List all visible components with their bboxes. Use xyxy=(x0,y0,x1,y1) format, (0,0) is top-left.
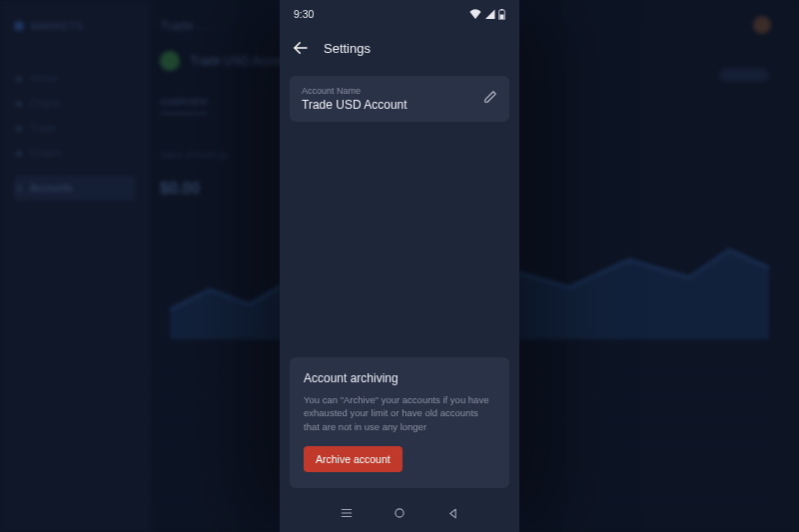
phone-frame: 9:30 Settings Account Name Trade USD Acc… xyxy=(280,0,519,532)
bg-app-name: MARKETS xyxy=(30,20,83,32)
pencil-icon xyxy=(483,90,497,104)
battery-icon xyxy=(498,9,505,20)
bg-pill xyxy=(719,68,769,82)
account-name-label: Account Name xyxy=(302,86,407,96)
nav-home-button[interactable] xyxy=(393,506,406,520)
svg-rect-2 xyxy=(500,14,504,19)
back-button[interactable] xyxy=(292,39,310,57)
account-name-field[interactable]: Account Name Trade USD Account xyxy=(290,76,509,122)
bg-sidebar-item: Orders xyxy=(14,141,136,166)
app-bar: Settings xyxy=(280,28,519,68)
status-icons xyxy=(469,9,505,20)
spacer xyxy=(290,132,509,347)
content-area: Account Name Trade USD Account Account a… xyxy=(280,68,519,498)
triangle-left-icon xyxy=(446,507,459,520)
bg-account-avatar xyxy=(160,51,180,71)
svg-rect-1 xyxy=(500,9,502,10)
signal-icon xyxy=(484,9,495,19)
nav-recent-button[interactable] xyxy=(340,506,354,520)
bg-sidebar-item: Home xyxy=(14,66,136,91)
status-time: 9:30 xyxy=(294,8,314,20)
bg-logo: MARKETS xyxy=(14,20,136,32)
svg-point-7 xyxy=(396,509,403,517)
bg-sidebar-item-active: Accounts xyxy=(14,176,136,201)
nav-back-button[interactable] xyxy=(446,507,459,520)
android-nav-bar xyxy=(280,498,519,532)
archive-description: You can "Archive" your accounts if you h… xyxy=(304,393,495,434)
bg-tab xyxy=(236,97,239,114)
status-bar: 9:30 xyxy=(280,0,519,28)
archive-title: Account archiving xyxy=(304,371,495,385)
bg-sidebar-item: Charts xyxy=(14,91,136,116)
circle-icon xyxy=(393,506,406,520)
edit-button[interactable] xyxy=(483,90,497,108)
archive-account-button[interactable]: Archive account xyxy=(304,446,402,472)
menu-icon xyxy=(340,506,354,520)
bg-user-avatar xyxy=(753,16,771,34)
wifi-icon xyxy=(469,9,481,19)
arrow-left-icon xyxy=(292,39,310,57)
bg-sidebar-item: Trade xyxy=(14,116,136,141)
page-title: Settings xyxy=(324,41,371,56)
account-name-value: Trade USD Account xyxy=(302,98,407,112)
bg-tab: OVERVIEW xyxy=(160,97,208,114)
archive-card: Account archiving You can "Archive" your… xyxy=(290,357,509,488)
